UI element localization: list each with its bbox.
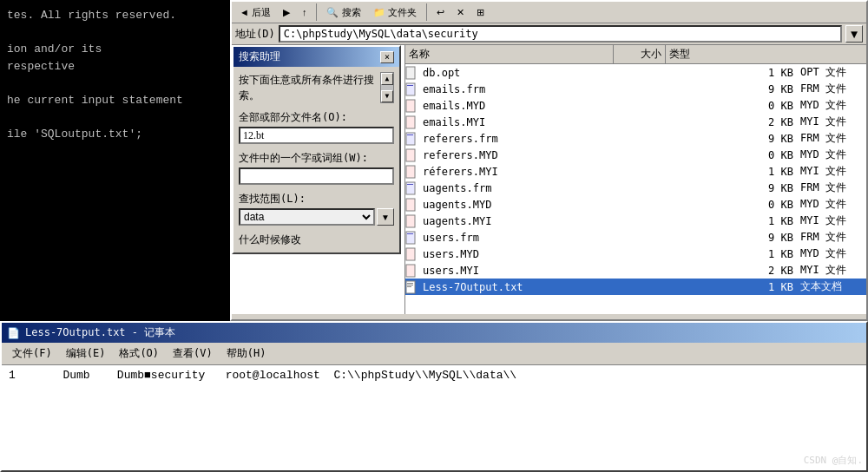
file-name: referers.frm <box>423 133 745 145</box>
file-explorer-content: 搜索助理 × 按下面住意或所有条件进行搜索。 ▲ ▼ 全部或部分文件名(O): <box>232 45 866 314</box>
range-select[interactable]: data <box>239 208 375 226</box>
scroll-up-arrow[interactable]: ▲ <box>381 73 393 85</box>
terminal-line: ile 'SQLoutput.txt'; <box>7 126 223 143</box>
column-header-size[interactable]: 大小 <box>614 45 666 63</box>
table-row[interactable]: users.MYD1 KBMYD 文件 <box>405 246 866 262</box>
svg-rect-10 <box>407 184 413 185</box>
file-icon <box>405 99 423 113</box>
file-name: réferers.MYI <box>423 166 745 178</box>
range-row: data ▼ <box>239 208 394 226</box>
table-row[interactable]: referers.frm9 KBFRM 文件 <box>405 130 866 147</box>
file-type: MYD 文件 <box>797 246 866 261</box>
file-list-header: 名称 大小 类型 <box>405 45 866 64</box>
svg-rect-11 <box>406 199 415 211</box>
table-row[interactable]: emails.MYI2 KBMYI 文件 <box>405 114 866 130</box>
notepad-window: 📄 Less-7Output.txt - 记事本 文件(F) 编辑(E) 格式(… <box>0 321 868 472</box>
file-name: emails.frm <box>423 83 745 95</box>
terminal-line: tes. All rights reserved. <box>7 7 223 24</box>
back-button[interactable]: ◄ 后退 <box>235 4 275 21</box>
file-icon <box>405 198 423 212</box>
search-dialog-close-button[interactable]: × <box>380 51 394 63</box>
address-bar: 地址(D) ▼ <box>232 23 866 45</box>
notepad-menu-edit[interactable]: 编辑(E) <box>59 344 113 363</box>
folders-button[interactable]: 📁 文件夹 <box>369 4 421 21</box>
file-icon <box>405 148 423 162</box>
file-name: uagents.MYI <box>423 215 745 227</box>
svg-rect-6 <box>407 134 413 135</box>
notepad-title-text: Less-7Output.txt - 记事本 <box>25 325 175 340</box>
forward-button[interactable]: ▶ <box>279 5 294 20</box>
file-size: 9 KB <box>745 133 797 145</box>
terminal-window: tes. All rights reserved. ion and/or its… <box>0 0 230 321</box>
file-type: MYI 文件 <box>797 164 866 179</box>
svg-rect-16 <box>406 265 415 277</box>
file-type: FRM 文件 <box>797 230 866 245</box>
table-row[interactable]: uagents.MYD0 KBMYD 文件 <box>405 196 866 213</box>
table-row[interactable]: db.opt1 KBOPT 文件 <box>405 64 866 81</box>
search-prompt: 按下面住意或所有条件进行搜索。 ▲ ▼ <box>239 72 394 103</box>
file-type: MYI 文件 <box>797 263 866 278</box>
table-row[interactable]: Less-7Output.txt1 KB文本文档 <box>405 279 866 295</box>
file-name: Less-7Output.txt <box>423 281 745 293</box>
file-size: 1 KB <box>745 248 797 260</box>
table-row[interactable]: users.MYI2 KBMYI 文件 <box>405 262 866 279</box>
file-name: db.opt <box>423 67 745 79</box>
scroll-down-arrow[interactable]: ▼ <box>381 90 393 102</box>
svg-rect-19 <box>407 285 413 285</box>
table-row[interactable]: referers.MYD0 KBMYD 文件 <box>405 147 866 163</box>
table-row[interactable]: réferers.MYI1 KBMYI 文件 <box>405 163 866 180</box>
content-input[interactable] <box>239 167 394 185</box>
svg-rect-15 <box>406 248 415 260</box>
search-dialog-body: 按下面住意或所有条件进行搜索。 ▲ ▼ 全部或部分文件名(O): 文件中的一个字… <box>233 67 399 252</box>
file-icon <box>405 82 423 96</box>
notepad-icon: 📄 <box>7 327 20 339</box>
notepad-menu-help[interactable]: 帮助(H) <box>220 344 273 363</box>
file-type: FRM 文件 <box>797 180 866 195</box>
file-name: uagents.MYD <box>423 199 745 211</box>
file-size: 1 KB <box>745 281 797 293</box>
address-go-button[interactable]: ▼ <box>845 25 863 43</box>
notepad-menu-format[interactable]: 格式(O) <box>112 344 166 363</box>
svg-rect-3 <box>406 100 415 112</box>
svg-rect-14 <box>407 233 413 234</box>
undo-button[interactable]: ↩ <box>432 5 449 20</box>
address-input[interactable] <box>279 25 842 43</box>
file-name: uagents.frm <box>423 182 745 194</box>
table-row[interactable]: uagents.MYI1 KBMYI 文件 <box>405 213 866 229</box>
file-list: 名称 大小 类型 db.opt1 KBOPT 文件emails.frm9 KBF… <box>405 45 866 314</box>
search-button[interactable]: 🔍 搜索 <box>322 4 365 21</box>
table-row[interactable]: uagents.frm9 KBFRM 文件 <box>405 180 866 196</box>
file-size: 0 KB <box>745 149 797 161</box>
file-icon <box>405 115 423 129</box>
svg-rect-8 <box>406 166 415 178</box>
notepad-content[interactable]: 1 Dumb Dumb■security root@localhost C:\\… <box>2 365 866 468</box>
search-prompt-text: 按下面住意或所有条件进行搜索。 <box>239 72 377 103</box>
delete-button[interactable]: ✕ <box>452 5 469 20</box>
table-row[interactable]: users.frm9 KBFRM 文件 <box>405 229 866 246</box>
column-header-name[interactable]: 名称 <box>405 45 614 63</box>
terminal-content: tes. All rights reserved. ion and/or its… <box>7 7 223 142</box>
file-icon <box>405 132 423 146</box>
column-header-type[interactable]: 类型 <box>666 45 735 63</box>
svg-rect-4 <box>406 116 415 128</box>
file-explorer-window: ◄ 后退 ▶ ↑ 🔍 搜索 📁 文件夹 ↩ ✕ ⊞ 地址(D) ▼ 搜索助理 × <box>230 0 868 321</box>
file-name: referers.MYD <box>423 149 745 161</box>
file-name: emails.MYD <box>423 100 745 112</box>
terminal-line: ion and/or its <box>7 41 223 58</box>
views-button[interactable]: ⊞ <box>472 5 489 20</box>
notepad-menu-file[interactable]: 文件(F) <box>5 344 59 363</box>
table-row[interactable]: emails.frm9 KBFRM 文件 <box>405 81 866 97</box>
range-label: 查找范围(L): <box>239 192 394 206</box>
search-dialog: 搜索助理 × 按下面住意或所有条件进行搜索。 ▲ ▼ 全部或部分文件名(O): <box>232 45 401 254</box>
left-panel: 搜索助理 × 按下面住意或所有条件进行搜索。 ▲ ▼ 全部或部分文件名(O): <box>232 45 405 314</box>
table-row[interactable]: emails.MYD0 KBMYD 文件 <box>405 97 866 114</box>
notepad-titlebar: 📄 Less-7Output.txt - 记事本 <box>2 323 866 343</box>
range-dropdown-button[interactable]: ▼ <box>377 208 394 226</box>
filename-input[interactable] <box>239 127 394 144</box>
file-name: emails.MYI <box>423 116 745 128</box>
file-icon <box>405 247 423 261</box>
up-button[interactable]: ↑ <box>298 5 312 19</box>
notepad-menu-view[interactable]: 查看(V) <box>166 344 220 363</box>
file-rows-container: db.opt1 KBOPT 文件emails.frm9 KBFRM 文件emai… <box>405 64 866 295</box>
file-size: 2 KB <box>745 265 797 277</box>
